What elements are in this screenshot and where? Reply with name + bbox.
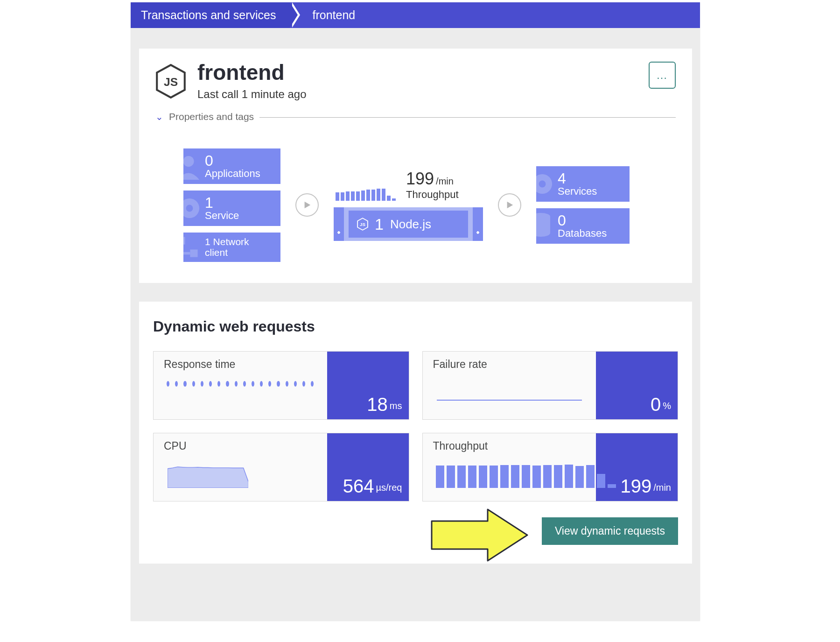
flow-play-left[interactable] — [295, 193, 319, 217]
svg-text:JS: JS — [164, 76, 178, 88]
dynamic-web-requests-card: Dynamic web requests Response time 18 ms — [139, 302, 692, 564]
database-icon — [536, 212, 554, 240]
metric-response-time[interactable]: Response time 18 ms — [153, 351, 409, 420]
breadcrumb-home-label: Transactions and services — [141, 8, 276, 22]
svg-point-12 — [539, 181, 546, 188]
tile-applications[interactable]: 0 Applications — [183, 148, 280, 184]
gear-icon — [183, 194, 204, 223]
flow-play-right[interactable] — [498, 193, 521, 217]
throughput-chart — [433, 456, 586, 494]
dots-icon: … — [656, 69, 668, 82]
svg-marker-7 — [305, 202, 311, 208]
metric-failure-rate[interactable]: Failure rate 0 % — [422, 351, 679, 420]
service-flow: 0 Applications 1 Service 1 Network clien… — [155, 148, 676, 262]
nodejs-icon: JS — [155, 63, 186, 99]
svg-marker-10 — [507, 202, 513, 208]
svg-point-4 — [186, 205, 193, 212]
process-throughput: 199/min Throughput — [334, 169, 483, 201]
gear-icon — [536, 169, 557, 198]
failure-rate-chart — [433, 374, 586, 413]
section-title: Dynamic web requests — [153, 318, 678, 335]
network-icon — [183, 234, 200, 260]
breadcrumb-home[interactable]: Transactions and services — [131, 2, 290, 28]
tile-services[interactable]: 4 Services — [536, 166, 630, 202]
chevron-down-icon: ⌄ — [155, 111, 163, 122]
outgoing-stack: 4 Services 0 Databases — [536, 166, 630, 244]
play-icon — [303, 201, 311, 209]
overflow-menu-button[interactable]: … — [649, 62, 676, 89]
breadcrumb: Transactions and services frontend — [131, 2, 700, 28]
svg-text:JS: JS — [360, 222, 365, 227]
incoming-stack: 0 Applications 1 Service 1 Network clien… — [183, 148, 280, 262]
nodejs-icon: JS — [357, 218, 368, 231]
callout-arrow-icon — [427, 507, 530, 563]
view-dynamic-requests-button[interactable]: View dynamic requests — [542, 517, 678, 545]
play-icon — [505, 201, 514, 209]
tile-network-client[interactable]: 1 Network client — [183, 233, 280, 261]
response-time-chart — [164, 374, 317, 413]
cpu-chart — [164, 456, 317, 494]
svg-marker-14 — [432, 509, 527, 561]
properties-toggle[interactable]: ⌄ Properties and tags — [155, 111, 676, 122]
user-icon — [183, 153, 202, 180]
properties-label: Properties and tags — [169, 111, 254, 122]
svg-point-2 — [183, 156, 194, 167]
page-title: frontend — [197, 62, 306, 83]
metric-value: 564 µs/req — [327, 433, 409, 501]
metrics-grid: Response time 18 ms Failure rate — [153, 351, 678, 501]
last-call-subtitle: Last call 1 minute ago — [197, 88, 306, 101]
metric-value: 18 ms — [327, 352, 409, 419]
process-column: 199/min Throughput JS 1 Node.js — [334, 169, 483, 241]
divider — [259, 117, 676, 118]
throughput-sparkline — [334, 188, 396, 201]
metric-throughput[interactable]: Throughput 199 /min — [422, 433, 679, 501]
process-tile[interactable]: JS 1 Node.js — [334, 207, 483, 241]
svg-rect-6 — [190, 250, 197, 257]
svg-rect-5 — [183, 237, 185, 245]
service-overview-card: JS frontend Last call 1 minute ago … ⌄ P… — [139, 49, 692, 283]
tile-databases[interactable]: 0 Databases — [536, 208, 630, 244]
metric-value: 0 % — [596, 352, 678, 419]
page-body: JS frontend Last call 1 minute ago … ⌄ P… — [131, 28, 700, 621]
metric-cpu[interactable]: CPU 564 µs/req — [153, 433, 409, 501]
tile-service[interactable]: 1 Service — [183, 190, 280, 226]
